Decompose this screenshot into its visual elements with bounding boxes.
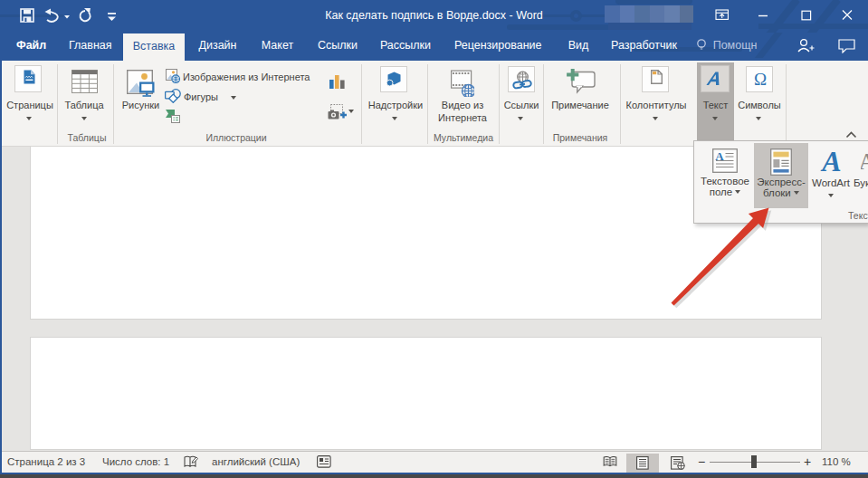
svg-text:Ω: Ω [754,71,767,89]
svg-text:A: A [820,147,841,176]
svg-text:A: A [861,148,868,173]
